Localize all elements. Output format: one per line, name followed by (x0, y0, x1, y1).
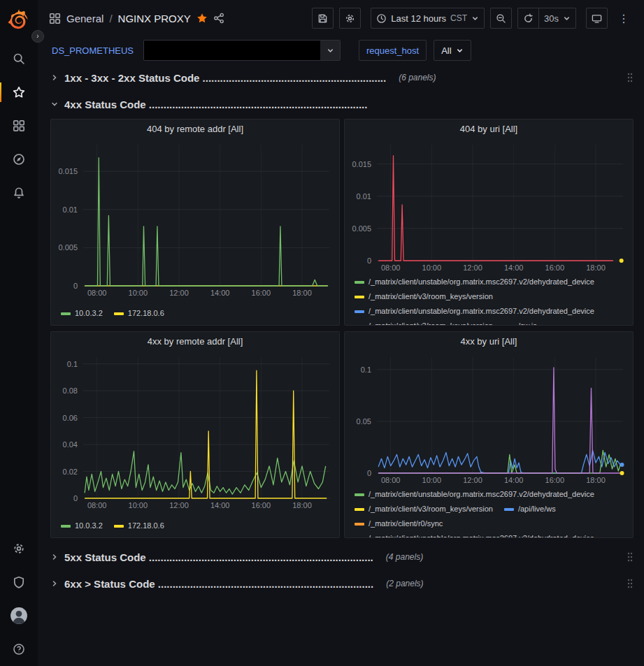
datasource-variable-select[interactable] (143, 40, 341, 61)
svg-text:16:00: 16:00 (252, 501, 271, 509)
row-header-4xx[interactable]: 4xx Status Code ........................… (50, 94, 634, 115)
svg-text:18:00: 18:00 (586, 476, 606, 484)
share-icon[interactable] (213, 13, 224, 24)
row-drag-handle[interactable] (627, 551, 634, 563)
legend-label: /_matrix/client/unstable/org.matrix.msc2… (368, 533, 594, 537)
kebab-menu-button[interactable]: ⋮ (613, 8, 634, 29)
row-drag-handle[interactable] (627, 578, 634, 589)
svg-text:10:00: 10:00 (129, 501, 148, 509)
row-header-6xx[interactable]: 6xx > Status Code ......................… (50, 573, 634, 594)
legend-item[interactable]: /api/live/ws (504, 503, 556, 515)
search-icon (13, 52, 25, 65)
svg-text:0.02: 0.02 (63, 468, 78, 476)
sidebar-item-search[interactable] (0, 42, 38, 75)
sidebar-item-explore[interactable] (0, 143, 38, 176)
refresh-group: 30s (517, 8, 576, 29)
row-drag-handle[interactable] (627, 72, 634, 83)
refresh-button[interactable] (517, 8, 538, 29)
dashboards-grid-icon (13, 120, 25, 132)
refresh-interval-picker[interactable]: 30s (538, 8, 576, 29)
row-panel-count: (4 panels) (386, 552, 423, 562)
breadcrumb: General / NGINX PROXY (49, 13, 224, 24)
sidebar-item-starred[interactable] (0, 75, 38, 109)
panel-title[interactable]: 4xx by remote addr [All] (51, 332, 339, 352)
user-avatar (10, 607, 28, 625)
panel-title[interactable]: 404 by remote addr [All] (51, 120, 339, 139)
bell-icon (13, 187, 25, 199)
row-title: 6xx > Status Code ......................… (64, 578, 373, 590)
breadcrumb-section[interactable]: General (66, 13, 103, 24)
tv-mode-button[interactable] (586, 8, 608, 29)
favorite-star-icon[interactable] (196, 13, 208, 24)
sidebar-item-dashboards[interactable] (0, 109, 38, 143)
chart-404-by-uri[interactable]: 08:0010:0012:0014:0016:0018:0000.0050.01… (345, 139, 633, 273)
series-color-mark (61, 525, 71, 528)
chart-4xx-by-remote-addr[interactable]: 08:0010:0012:0014:0016:0018:0000.020.040… (51, 352, 339, 511)
chart-404-by-remote-addr[interactable]: 08:0010:0012:0014:0016:0018:0000.0050.01… (51, 139, 339, 298)
legend-item[interactable]: /sw.js (504, 320, 537, 325)
legend-item[interactable]: /_matrix/client/v3/room_keys/version (355, 291, 493, 303)
panel-4xx-by-remote-addr: 4xx by remote addr [All] 08:0010:0012:00… (50, 331, 340, 538)
zoom-out-time-button[interactable] (490, 8, 512, 29)
row-panel-count: (2 panels) (386, 579, 423, 588)
row-panel-count: (6 panels) (399, 73, 436, 82)
panel-404-by-uri: 404 by uri [All] 08:0010:0012:0014:0016:… (344, 119, 634, 326)
svg-text:14:00: 14:00 (210, 289, 230, 297)
svg-text:0: 0 (73, 494, 78, 502)
svg-text:10:00: 10:00 (422, 263, 442, 272)
svg-text:0: 0 (367, 469, 371, 477)
legend-item[interactable]: 10.0.3.2 (61, 520, 103, 532)
chevron-down-icon (471, 15, 479, 22)
legend-item[interactable]: /_matrix/client/unstable/org.matrix.msc2… (355, 305, 594, 317)
main-area: General / NGINX PROXY (38, 0, 644, 666)
svg-text:16:00: 16:00 (252, 289, 271, 297)
legend-item[interactable]: 172.18.0.6 (114, 520, 164, 532)
dashboard-settings-button[interactable] (339, 8, 361, 29)
gear-icon (345, 13, 355, 24)
legend-item[interactable]: /_matrix/client/unstable/org.matrix.msc2… (355, 488, 594, 500)
save-dashboard-button[interactable] (312, 8, 334, 29)
series-color-mark (355, 537, 364, 538)
legend-label: 10.0.3.2 (75, 307, 103, 319)
sidebar-expand-button[interactable]: › (31, 30, 44, 43)
chevron-down-icon (50, 100, 59, 108)
svg-text:0.1: 0.1 (361, 365, 371, 374)
sidebar-item-server-admin[interactable] (0, 565, 38, 599)
request-host-variable-label[interactable]: request_host (359, 40, 427, 61)
datasource-variable-label[interactable]: DS_PROMETHEUS (52, 45, 134, 56)
svg-text:0.1: 0.1 (67, 360, 78, 368)
series-color-mark (355, 296, 364, 298)
svg-text:0.015: 0.015 (352, 160, 371, 168)
legend-item[interactable]: /_matrix/client/unstable/org.matrix.msc2… (355, 533, 594, 537)
sidebar-item-help[interactable] (0, 632, 38, 666)
time-range-picker[interactable]: Last 12 hours CST (371, 8, 485, 29)
panel-legend: 10.0.3.2172.18.0.6 (51, 517, 339, 537)
gear-icon (13, 542, 25, 555)
legend-item[interactable]: /_matrix/client/unstable/org.matrix.msc2… (355, 276, 594, 288)
sidebar-item-alerting[interactable] (0, 176, 38, 210)
panel-title[interactable]: 404 by uri [All] (345, 120, 633, 139)
legend-label: 172.18.0.6 (128, 520, 164, 532)
svg-text:14:00: 14:00 (504, 476, 524, 484)
dashboard-title[interactable]: NGINX PROXY (118, 13, 191, 24)
panel-grid: 404 by remote addr [All] 08:0010:0012:00… (50, 119, 634, 538)
chevron-right-icon (50, 73, 59, 82)
shield-icon (13, 576, 25, 588)
grafana-flame-icon (7, 9, 31, 33)
request-host-variable-select[interactable]: All (434, 40, 471, 61)
chart-4xx-by-uri[interactable]: 08:0010:0012:0014:0016:0018:0000.050.1 (345, 352, 633, 486)
toolbar: Last 12 hours CST 30s (312, 8, 634, 29)
panel-title[interactable]: 4xx by uri [All] (345, 332, 633, 352)
sidebar-item-configuration[interactable] (0, 532, 38, 565)
legend-item[interactable]: 172.18.0.6 (114, 307, 164, 319)
dashboard-variables-bar: DS_PROMETHEUS request_host All (38, 36, 644, 64)
legend-item[interactable]: 10.0.3.2 (61, 307, 103, 319)
sidebar-item-profile[interactable] (0, 599, 38, 632)
legend-label: /_matrix/client/v3/room_keys/version (368, 291, 493, 303)
legend-item[interactable]: /_matrix/client/v3/room_keys/version (355, 320, 493, 325)
svg-text:0.005: 0.005 (58, 243, 78, 252)
legend-item[interactable]: /_matrix/client/v3/room_keys/version (355, 503, 493, 515)
row-header-5xx[interactable]: 5xx Status Code ........................… (50, 546, 634, 567)
row-header-1xx-3xx-2xx[interactable]: 1xx - 3xx - 2xx Status Code ............… (50, 67, 634, 88)
legend-item[interactable]: /_matrix/client/r0/sync (355, 518, 443, 530)
